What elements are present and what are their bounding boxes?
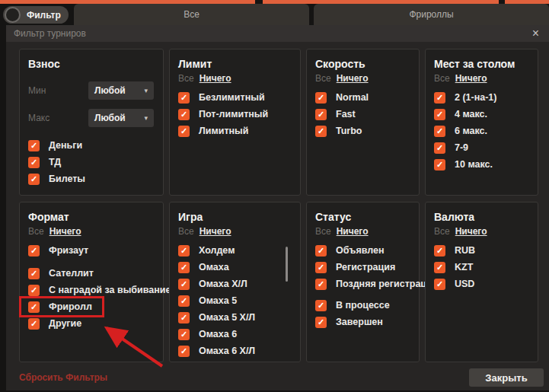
select-all-link[interactable]: Все bbox=[315, 226, 331, 237]
checkbox-row[interactable]: ✓ТД bbox=[28, 156, 155, 168]
checkbox-checked-icon[interactable]: ✓ bbox=[28, 318, 40, 330]
checkbox-row[interactable]: ✓Деньги bbox=[28, 139, 155, 151]
select-none-link[interactable]: Ничего bbox=[199, 226, 231, 237]
checkbox-row[interactable]: ✓Омаха 6 Х/Л bbox=[178, 345, 292, 357]
select-none-link[interactable]: Ничего bbox=[49, 226, 81, 237]
max-dropdown[interactable]: Любой ▾ bbox=[88, 109, 154, 127]
checkbox-checked-icon[interactable]: ✓ bbox=[178, 329, 190, 340]
checkbox-row[interactable]: ✓Омаха 6 bbox=[178, 328, 292, 340]
checkbox-row[interactable]: ✓USD bbox=[434, 278, 529, 290]
checkbox-checked-icon[interactable]: ✓ bbox=[434, 262, 445, 273]
checkbox-row[interactable]: ✓Регистрация bbox=[315, 261, 410, 273]
checkbox-row[interactable]: ✓KZT bbox=[434, 261, 529, 273]
min-dropdown[interactable]: Любой ▾ bbox=[88, 81, 154, 100]
checkbox-checked-icon[interactable]: ✓ bbox=[434, 92, 445, 104]
checkbox-checked-icon[interactable]: ✓ bbox=[178, 346, 190, 357]
checkbox-row[interactable]: ✓Холдем bbox=[178, 244, 292, 257]
select-links: Все Ничего bbox=[178, 73, 292, 84]
checkbox-row[interactable]: ✓Омаха bbox=[178, 261, 292, 273]
select-all-link[interactable]: Все bbox=[315, 73, 331, 84]
checkbox-row[interactable]: ✓Сателлит bbox=[28, 267, 155, 279]
checkbox-label: Сателлит bbox=[49, 268, 94, 279]
checkbox-checked-icon[interactable]: ✓ bbox=[178, 126, 190, 137]
close-button[interactable]: Закрыть bbox=[469, 368, 544, 387]
checkbox-row[interactable]: ✓Объявлен bbox=[315, 244, 410, 257]
checkbox-checked-icon[interactable]: ✓ bbox=[315, 109, 327, 120]
checkbox-row[interactable]: ✓Другие bbox=[28, 317, 155, 330]
tab-all[interactable]: Все bbox=[74, 4, 309, 25]
filter-toggle-button[interactable]: Фильтр bbox=[3, 6, 69, 24]
panel-limit: Лимит Все Ничего ✓Безлимитный✓Пот-лимитн… bbox=[169, 49, 301, 196]
checkbox-row[interactable]: ✓Turbo bbox=[315, 125, 410, 137]
checkbox-checked-icon[interactable]: ✓ bbox=[28, 245, 40, 257]
select-none-link[interactable]: Ничего bbox=[455, 226, 487, 237]
checkbox-row[interactable]: ✓Омаха 5 Х/Л bbox=[178, 311, 292, 323]
select-none-link[interactable]: Ничего bbox=[337, 73, 369, 84]
select-all-link[interactable]: Все bbox=[178, 226, 194, 237]
checkbox-checked-icon[interactable]: ✓ bbox=[315, 317, 327, 328]
checkbox-checked-icon[interactable]: ✓ bbox=[315, 262, 327, 273]
checkbox-checked-icon[interactable]: ✓ bbox=[28, 301, 40, 313]
checkbox-row[interactable]: ✓В процессе bbox=[315, 299, 410, 311]
select-none-link[interactable]: Ничего bbox=[455, 73, 487, 84]
checkbox-checked-icon[interactable]: ✓ bbox=[315, 300, 327, 311]
checkbox-row[interactable]: ✓4 макс. bbox=[434, 108, 529, 120]
checkbox-checked-icon[interactable]: ✓ bbox=[434, 142, 445, 154]
reset-filters-link[interactable]: Сбросить Фильтры bbox=[19, 372, 107, 383]
poker-lobby-page: Фильтр Все Фрироллы Фильтр турниров × Вз… bbox=[0, 0, 549, 392]
checkbox-row[interactable]: ✓2 (1-на-1) bbox=[434, 91, 529, 104]
checkbox-checked-icon[interactable]: ✓ bbox=[28, 157, 40, 168]
panel-title: Игра bbox=[178, 211, 292, 223]
select-all-link[interactable]: Все bbox=[178, 73, 194, 84]
select-all-link[interactable]: Все bbox=[434, 226, 450, 237]
checkbox-row[interactable]: ✓Normal bbox=[315, 91, 410, 104]
checkbox-row[interactable]: ✓Фриролл bbox=[28, 301, 155, 313]
checkbox-row[interactable]: ✓Лимитный bbox=[178, 125, 292, 137]
checkbox-checked-icon[interactable]: ✓ bbox=[178, 262, 190, 273]
tab-freerolls[interactable]: Фрироллы bbox=[314, 4, 549, 25]
checkbox-checked-icon[interactable]: ✓ bbox=[28, 285, 40, 296]
checkbox-checked-icon[interactable]: ✓ bbox=[28, 140, 40, 151]
checkbox-row[interactable]: ✓Фризаут bbox=[28, 244, 155, 257]
checkbox-checked-icon[interactable]: ✓ bbox=[434, 109, 445, 120]
checkbox-row[interactable]: ✓Билеты bbox=[28, 173, 155, 185]
scrollbar[interactable] bbox=[286, 247, 288, 282]
checkbox-row[interactable]: ✓RUB bbox=[434, 244, 529, 257]
checkbox-row[interactable]: ✓Fast bbox=[315, 108, 410, 120]
checkbox-checked-icon[interactable]: ✓ bbox=[315, 279, 327, 290]
checkbox-row[interactable]: ✓Омаха Х/Л bbox=[178, 278, 292, 290]
checkbox-checked-icon[interactable]: ✓ bbox=[315, 126, 327, 137]
checkbox-checked-icon[interactable]: ✓ bbox=[434, 245, 445, 257]
toggle-knob-icon[interactable] bbox=[5, 7, 21, 23]
select-all-link[interactable]: Все bbox=[28, 226, 44, 237]
checkbox-checked-icon[interactable]: ✓ bbox=[178, 245, 190, 257]
checkbox-row[interactable]: ✓6 макс. bbox=[434, 125, 529, 137]
checkbox-row[interactable]: ✓10 макс. bbox=[434, 158, 529, 171]
checkbox-checked-icon[interactable]: ✓ bbox=[178, 279, 190, 290]
checkbox-row[interactable]: ✓Поздняя регистрация bbox=[315, 278, 410, 290]
checkbox-row[interactable]: ✓7-9 bbox=[434, 142, 529, 154]
select-all-link[interactable]: Все bbox=[434, 73, 450, 84]
checkbox-checked-icon[interactable]: ✓ bbox=[434, 126, 445, 137]
checkbox-row[interactable]: ✓Завершен bbox=[315, 316, 410, 328]
max-dropdown-value: Любой bbox=[94, 113, 144, 123]
select-none-link[interactable]: Ничего bbox=[337, 226, 369, 237]
checkbox-row[interactable]: ✓Безлимитный bbox=[178, 91, 292, 104]
checkbox-checked-icon[interactable]: ✓ bbox=[178, 295, 190, 307]
checkbox-checked-icon[interactable]: ✓ bbox=[28, 174, 40, 185]
close-icon[interactable]: × bbox=[530, 27, 541, 40]
tab-row: Фильтр Все Фрироллы bbox=[0, 4, 549, 25]
checkbox-row[interactable]: ✓С наградой за выбивание bbox=[28, 284, 155, 296]
select-none-link[interactable]: Ничего bbox=[199, 73, 231, 84]
checkbox-checked-icon[interactable]: ✓ bbox=[178, 109, 190, 120]
checkbox-row[interactable]: ✓Омаха 5 bbox=[178, 295, 292, 307]
checkbox-checked-icon[interactable]: ✓ bbox=[28, 268, 40, 279]
checkbox-checked-icon[interactable]: ✓ bbox=[434, 159, 445, 171]
checkbox-checked-icon[interactable]: ✓ bbox=[434, 279, 445, 290]
checkbox-row[interactable]: ✓Пот-лимитный bbox=[178, 108, 292, 120]
checkbox-checked-icon[interactable]: ✓ bbox=[178, 312, 190, 323]
checkbox-checked-icon[interactable]: ✓ bbox=[315, 245, 327, 257]
checkbox-checked-icon[interactable]: ✓ bbox=[315, 92, 327, 104]
checkbox-checked-icon[interactable]: ✓ bbox=[178, 92, 190, 104]
panel-speed: Скорость Все Ничего ✓Normal✓Fast✓Turbo bbox=[306, 49, 420, 196]
